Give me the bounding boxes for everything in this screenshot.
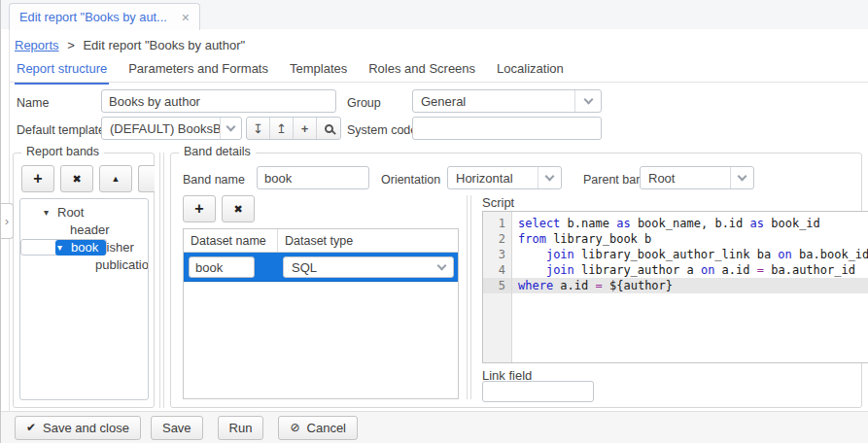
parent-band-select[interactable]: Root (640, 166, 754, 189)
band-details-panel: Band details Band name Orientation Horiz… (170, 153, 862, 408)
default-template-label: Default template (17, 123, 105, 137)
chevron-right-icon: › (5, 215, 9, 228)
default-template-value: (DEFAULT) BooksByA (102, 121, 220, 136)
add-band-button[interactable]: + (21, 165, 54, 192)
tree-item-publication[interactable]: publication (20, 256, 148, 273)
move-band-up-button[interactable]: ▲ (99, 165, 132, 192)
tree-item-book[interactable]: ▾book (20, 239, 107, 256)
move-band-down-button[interactable] (138, 165, 155, 192)
code-lines: select b.name as book_name, b.id as book… (512, 212, 868, 362)
tree-item-header[interactable]: header (20, 222, 148, 238)
code-line: where a.id = ${author} (512, 278, 868, 293)
chevron-down-icon (574, 90, 601, 112)
report-editor-window: Edit report "Books by aut... × › Reports… (0, 0, 868, 443)
tab-localization[interactable]: Localization (495, 58, 566, 85)
link-field-input[interactable] (482, 381, 594, 402)
group-label: Group (347, 96, 381, 110)
band-name-label: Band name (183, 173, 245, 187)
plus-icon: + (33, 170, 42, 187)
dataset-script-splitter[interactable] (467, 195, 471, 399)
chevron-down-icon (538, 167, 561, 188)
dataset-type-value: SQL (284, 260, 430, 275)
orientation-label: Orientation (381, 173, 440, 187)
code-gutter: 12345 (483, 212, 512, 362)
window-tab-title: Edit report "Books by aut... (19, 10, 167, 24)
window-tab-edit-report[interactable]: Edit report "Books by aut... × (9, 3, 200, 30)
dataset-row-selected[interactable]: SQL (184, 253, 458, 282)
code-line: join library_book_author_link ba on ba.b… (512, 247, 868, 262)
sidebar-expand-handle[interactable]: › (1, 203, 14, 239)
arrow-up-icon: ▲ (112, 174, 121, 184)
tab-report-structure[interactable]: Report structure (15, 58, 109, 85)
button-label: Cancel (307, 421, 346, 435)
report-bands-legend: Report bands (21, 145, 104, 158)
datasets-table: Dataset name Dataset type SQL (183, 228, 459, 399)
create-template-button[interactable]: + (294, 118, 317, 139)
code-line: from library_book b (512, 231, 868, 247)
caret-down-icon: ▾ (57, 242, 71, 253)
line-number: 1 (483, 216, 511, 231)
line-number: 4 (483, 262, 511, 278)
remove-icon: ✖ (72, 173, 81, 186)
remove-band-button[interactable]: ✖ (60, 165, 93, 192)
tab-bar-divider (9, 82, 868, 83)
tab-roles-and-screens[interactable]: Roles and Screens (366, 58, 477, 85)
chevron-down-icon (220, 118, 241, 139)
orientation-select[interactable]: Horizontal (447, 166, 562, 189)
tree-item-label: book (71, 240, 98, 255)
breadcrumb-reports-link[interactable]: Reports (15, 38, 59, 52)
download-icon: ↧ (253, 121, 263, 136)
window-tab-bar: Edit report "Books by aut... × (1, 0, 868, 30)
tab-templates[interactable]: Templates (288, 58, 349, 85)
column-dataset-name: Dataset name (184, 229, 278, 252)
footer-button-bar: ✔ Save and close Save Run ⊘ Cancel (1, 411, 868, 443)
lookup-template-button[interactable] (317, 118, 340, 139)
cancel-button[interactable]: ⊘ Cancel (278, 416, 358, 440)
tree-item-label: Root (57, 205, 84, 220)
button-label: Save (162, 421, 191, 435)
tree-item-label: header (70, 222, 109, 237)
download-template-button[interactable]: ↧ (247, 118, 270, 139)
script-label: Script (482, 195, 514, 210)
upload-template-button[interactable]: ↥ (270, 118, 294, 139)
ban-icon: ⊘ (290, 421, 299, 434)
dataset-name-input[interactable] (189, 256, 255, 278)
bands-tree: ▾Root header ▾book ▾publisher publicatio… (19, 198, 149, 400)
band-name-input[interactable] (257, 166, 369, 189)
orientation-value: Horizontal (448, 171, 538, 186)
remove-dataset-button[interactable]: ✖ (222, 195, 255, 222)
tab-parameters-and-formats[interactable]: Parameters and Formats (126, 58, 270, 85)
close-icon[interactable]: × (182, 10, 190, 25)
code-line: select b.name as book_name, b.id as book… (512, 216, 868, 231)
default-template-select[interactable]: (DEFAULT) BooksByA (101, 117, 242, 140)
line-number: 5 (483, 278, 511, 293)
run-button[interactable]: Run (218, 416, 264, 440)
search-icon (325, 124, 333, 133)
editor-tab-bar: Report structure Parameters and Formats … (15, 58, 566, 85)
add-dataset-button[interactable]: + (183, 195, 216, 222)
button-label: Run (229, 421, 253, 435)
breadcrumb-current: Edit report "Books by author" (83, 38, 245, 52)
line-number: 2 (483, 231, 511, 247)
column-dataset-type: Dataset type (278, 229, 353, 252)
tree-item-root[interactable]: ▾Root (20, 204, 148, 221)
check-icon: ✔ (26, 421, 36, 434)
report-bands-panel: Report bands + ✖ ▲ ▾Root header ▾book ▾p… (13, 153, 155, 408)
code-line: join library_author a on a.id = ba.autho… (512, 262, 868, 278)
remove-icon: ✖ (233, 203, 242, 216)
save-and-close-button[interactable]: ✔ Save and close (15, 416, 141, 440)
dataset-type-select[interactable]: SQL (283, 256, 454, 278)
plus-icon: + (194, 200, 203, 218)
upload-icon: ↥ (276, 121, 287, 136)
name-input[interactable] (101, 89, 336, 113)
group-value: General (413, 94, 574, 109)
panel-splitter[interactable] (159, 153, 164, 408)
system-code-label: System code (347, 123, 417, 137)
button-label: Save and close (43, 421, 129, 435)
name-label: Name (17, 96, 49, 110)
breadcrumb: Reports > Edit report "Books by author" (15, 38, 245, 52)
save-button[interactable]: Save (151, 416, 203, 440)
group-select[interactable]: General (412, 89, 602, 113)
script-code-editor[interactable]: 12345 select b.name as book_name, b.id a… (482, 211, 868, 363)
system-code-input[interactable] (412, 117, 602, 140)
